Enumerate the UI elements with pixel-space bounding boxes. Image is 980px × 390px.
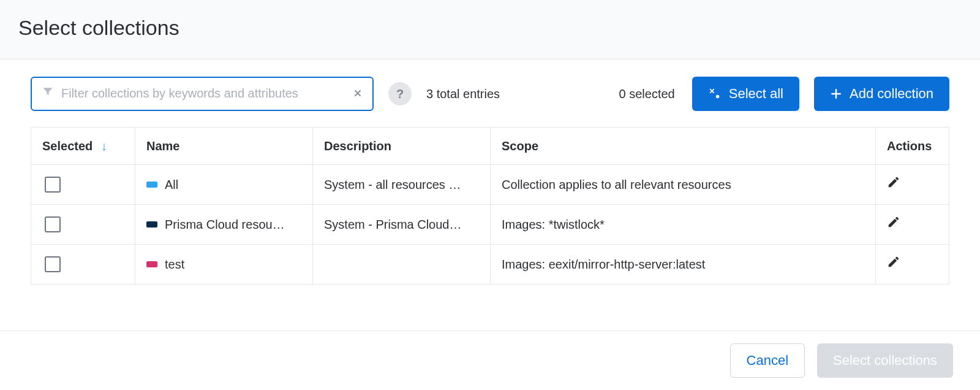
row-name: test	[165, 256, 184, 273]
color-swatch	[146, 182, 157, 188]
row-description: System - Prisma Cloud…	[313, 204, 491, 244]
edit-icon[interactable]	[887, 175, 900, 189]
total-entries-label: 3 total entries	[426, 85, 500, 102]
select-all-icon	[708, 87, 722, 101]
row-scope: Images: *twistlock*	[491, 204, 876, 244]
table-row: AllSystem - all resources …Collection ap…	[31, 164, 949, 204]
selected-count-label: 0 selected	[619, 85, 675, 102]
plus-icon	[830, 88, 842, 100]
select-collections-modal: Select collections ? 3 total entries 0 s…	[0, 0, 980, 390]
row-description: System - all resources …	[313, 164, 491, 204]
select-all-label: Select all	[729, 86, 783, 102]
filter-input-wrapper[interactable]	[31, 77, 374, 111]
help-icon[interactable]: ?	[388, 82, 412, 105]
modal-footer: Cancel Select collections	[0, 331, 980, 390]
row-scope: Collection applies to all relevant resou…	[491, 164, 876, 204]
modal-title: Select collections	[18, 13, 962, 43]
sort-arrow-down-icon: ↓	[101, 139, 107, 153]
row-name: All	[165, 176, 178, 193]
filter-input[interactable]	[60, 86, 353, 101]
row-name: Prisma Cloud resou…	[165, 216, 285, 233]
filter-icon	[42, 85, 54, 102]
select-all-button[interactable]: Select all	[692, 77, 799, 111]
add-collection-button[interactable]: Add collection	[814, 77, 949, 111]
cancel-button[interactable]: Cancel	[730, 343, 805, 378]
color-swatch	[146, 221, 157, 228]
color-swatch	[146, 261, 157, 267]
header-name[interactable]: Name	[135, 127, 313, 164]
modal-body: ? 3 total entries 0 selected Select all …	[0, 59, 980, 331]
header-description[interactable]: Description	[313, 127, 491, 164]
row-checkbox[interactable]	[45, 216, 61, 232]
edit-icon[interactable]	[887, 215, 900, 229]
edit-icon[interactable]	[887, 255, 900, 269]
table-header-row: Selected ↓ Name Description Scope Action…	[31, 127, 949, 164]
row-checkbox[interactable]	[45, 177, 61, 193]
table-row: Prisma Cloud resou…System - Prisma Cloud…	[31, 204, 949, 244]
add-collection-label: Add collection	[850, 86, 933, 102]
table-row: testImages: eexit/mirror-http-server:lat…	[31, 244, 949, 284]
clear-filter-icon[interactable]	[353, 85, 363, 102]
header-scope[interactable]: Scope	[491, 127, 876, 164]
row-scope: Images: eexit/mirror-http-server:latest	[491, 244, 876, 284]
toolbar: ? 3 total entries 0 selected Select all …	[31, 77, 949, 111]
modal-header: Select collections	[0, 0, 980, 59]
collections-table: Selected ↓ Name Description Scope Action…	[31, 127, 949, 285]
header-selected[interactable]: Selected ↓	[31, 127, 135, 164]
select-collections-button[interactable]: Select collections	[817, 343, 953, 378]
svg-point-0	[716, 94, 720, 98]
row-description	[313, 244, 491, 284]
header-actions: Actions	[876, 127, 949, 164]
row-checkbox[interactable]	[45, 256, 61, 272]
